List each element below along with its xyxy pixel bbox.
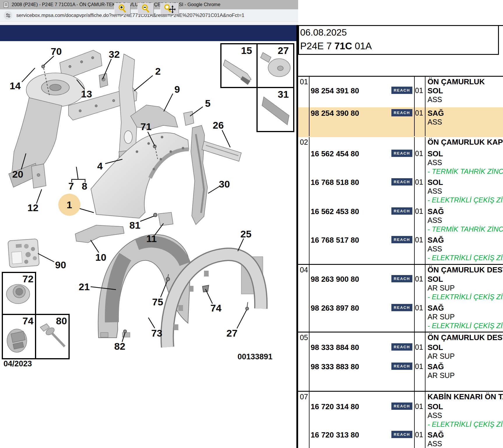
callout-71[interactable]: 71 xyxy=(140,121,152,132)
part-qty: 01 xyxy=(415,149,423,158)
callout-5[interactable]: 5 xyxy=(205,98,211,109)
group-number: 02 xyxy=(300,138,308,146)
group-title: ÖN ÇAMURLUK KAPLAM xyxy=(428,138,503,147)
part-number[interactable]: 16 562 453 80 xyxy=(311,207,359,216)
col-divider xyxy=(309,392,309,448)
reach-badge[interactable]: REACH xyxy=(391,109,412,116)
reach-badge[interactable]: REACH xyxy=(391,402,412,410)
callout-32[interactable]: 32 xyxy=(109,49,120,60)
callout-27[interactable]: 27 xyxy=(226,328,238,339)
ref-prefix: P24E 7 xyxy=(300,41,334,51)
part-desc: AR SUP xyxy=(428,371,455,380)
part-group-07: 07 KABİN KENARI ÖN TAK 16 720 314 80 REA… xyxy=(298,391,503,448)
part-number[interactable]: 98 263 897 80 xyxy=(311,304,359,313)
reach-badge[interactable]: REACH xyxy=(391,178,412,186)
callout-2[interactable]: 2 xyxy=(155,66,161,77)
callout-1[interactable]: 1 xyxy=(67,199,72,210)
part-number[interactable]: 16 768 517 80 xyxy=(311,236,359,245)
part-desc: ASS xyxy=(428,440,442,448)
callout-75[interactable]: 75 xyxy=(152,296,163,307)
callout-90[interactable]: 90 xyxy=(55,259,66,270)
part-number[interactable]: 16 768 518 80 xyxy=(311,178,359,187)
part-number[interactable]: 98 254 391 80 xyxy=(311,86,359,95)
col-divider xyxy=(309,77,309,136)
reach-badge[interactable]: REACH xyxy=(391,431,412,438)
part-group-05: 05 ÖN ÇAMURLUK DESTEĞ 98 333 884 80 REAC… xyxy=(298,332,503,391)
group-number: 01 xyxy=(300,78,308,86)
document-icon xyxy=(4,2,8,8)
callout-10[interactable]: 10 xyxy=(95,252,106,263)
document-date: 06.08.2025 xyxy=(300,27,347,38)
group-title: ÖN ÇAMURLUK DESTEĞ xyxy=(428,333,503,342)
part-qty: 01 xyxy=(415,362,423,371)
reach-badge[interactable]: REACH xyxy=(391,343,412,351)
reach-badge[interactable]: REACH xyxy=(391,150,412,157)
callout-82[interactable]: 82 xyxy=(114,341,125,352)
callout-70[interactable]: 70 xyxy=(51,46,62,57)
site-info-icon[interactable] xyxy=(4,11,12,20)
part-number[interactable]: 98 333 884 80 xyxy=(311,343,359,352)
col-divider xyxy=(414,332,415,391)
part-desc: SAĞ xyxy=(428,304,444,313)
part-desc: ASS xyxy=(428,411,442,420)
part-note: - ELEKTRİKLİ ÇEKİŞ ZİN xyxy=(428,420,503,428)
part-desc: SOL xyxy=(428,86,443,95)
part-number[interactable]: 16 720 314 80 xyxy=(311,402,359,411)
reach-badge[interactable]: REACH xyxy=(391,363,412,370)
document-reference: P24E 7 71C 01A xyxy=(300,41,372,52)
part-desc: ASS xyxy=(428,187,442,195)
zoom-in-button[interactable] xyxy=(114,3,131,15)
callout-11[interactable]: 11 xyxy=(146,233,157,244)
zoom-pan-button[interactable] xyxy=(160,3,179,15)
reach-badge[interactable]: REACH xyxy=(391,207,412,215)
callout-26[interactable]: 26 xyxy=(213,120,224,131)
reach-badge[interactable]: REACH xyxy=(391,304,412,311)
part-qty: 01 xyxy=(415,109,423,117)
part-desc: SOL xyxy=(428,343,443,352)
part-group-02: 02 ÖN ÇAMURLUK KAPLAM 16 562 454 80 REAC… xyxy=(298,136,503,264)
callout-8[interactable]: 8 xyxy=(82,181,87,192)
tune-icon xyxy=(6,13,10,18)
callout-20[interactable]: 20 xyxy=(12,169,23,180)
part-desc: ASS xyxy=(428,158,442,167)
parts-panel: 06.08.2025 P24E 7 71C 01A 01 ÖN ÇAMURLUK… xyxy=(298,0,503,448)
callout-25[interactable]: 25 xyxy=(240,228,252,239)
callout-7[interactable]: 7 xyxy=(68,181,74,192)
zoom-out-button[interactable] xyxy=(138,3,154,15)
fender-illustration xyxy=(91,133,189,218)
header-sliver-cell xyxy=(498,25,503,55)
callout-12[interactable]: 12 xyxy=(27,202,38,213)
ref-suffix: 01A xyxy=(355,41,372,51)
part-desc: ASS xyxy=(428,95,442,104)
col-divider xyxy=(309,137,309,264)
part-note: - TERMİK TAHRİK ZİNCİ xyxy=(428,167,503,176)
group-title: ÖN ÇAMURLUK DESTEĞ xyxy=(428,265,503,274)
magnifier-minus-icon xyxy=(141,4,150,13)
callout-30[interactable]: 30 xyxy=(219,178,230,190)
part-number[interactable]: 98 263 900 80 xyxy=(311,275,359,284)
callout-9[interactable]: 9 xyxy=(175,84,180,95)
part-note: - ELEKTRİKLİ ÇEKİŞ ZİN xyxy=(428,322,503,330)
callout-4[interactable]: 4 xyxy=(97,160,103,172)
group-title: KABİN KENARI ÖN TAK xyxy=(428,392,503,401)
callout-21[interactable]: 21 xyxy=(79,281,90,292)
part-qty: 01 xyxy=(415,304,423,312)
part-desc: SAĞ xyxy=(428,362,444,371)
reach-badge[interactable]: REACH xyxy=(391,87,412,94)
col-divider xyxy=(414,265,415,332)
fastener-box-illustration xyxy=(8,239,39,267)
part-number[interactable]: 98 333 883 80 xyxy=(311,362,359,371)
callout-73[interactable]: 73 xyxy=(151,328,162,339)
col-divider xyxy=(414,77,415,136)
callout-74[interactable]: 74 xyxy=(210,302,221,314)
reach-badge[interactable]: REACH xyxy=(391,236,412,243)
reach-badge[interactable]: REACH xyxy=(391,275,412,282)
callout-13[interactable]: 13 xyxy=(81,88,92,99)
callout-14[interactable]: 14 xyxy=(10,80,21,91)
part-number[interactable]: 16 720 313 80 xyxy=(311,430,359,440)
part-number[interactable]: 16 562 454 80 xyxy=(311,149,359,158)
part-desc: SAĞ xyxy=(428,430,444,440)
callout-81[interactable]: 81 xyxy=(129,220,140,231)
part-note: - ELEKTRİKLİ ÇEKİŞ ZİN xyxy=(428,293,503,301)
part-number[interactable]: 98 254 390 80 xyxy=(311,109,359,118)
